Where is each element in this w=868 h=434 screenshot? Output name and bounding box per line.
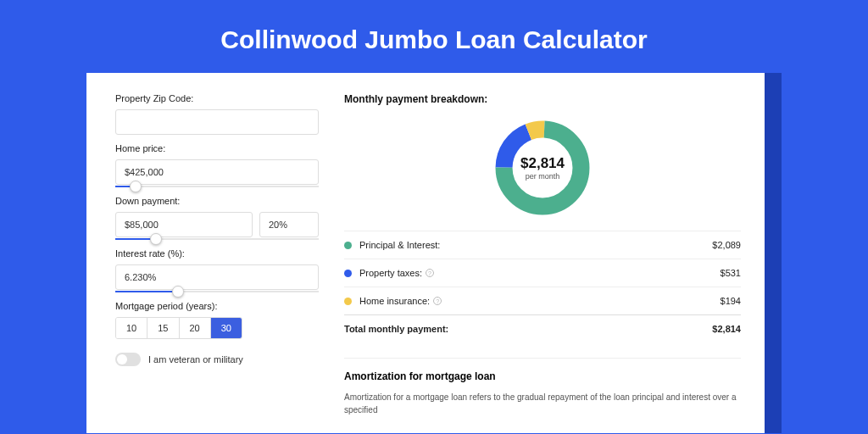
breakdown-row: Home insurance:?$194 bbox=[344, 287, 741, 314]
period-button-15[interactable]: 15 bbox=[147, 318, 179, 338]
total-value: $2,814 bbox=[712, 324, 741, 334]
down-payment-pct-input[interactable] bbox=[259, 212, 319, 237]
row-value: $531 bbox=[721, 268, 741, 278]
row-label: Property taxes:? bbox=[359, 268, 721, 278]
breakdown-title: Monthly payment breakdown: bbox=[344, 93, 741, 105]
period-label: Mortgage period (years): bbox=[115, 301, 319, 311]
amortization-title: Amortization for mortgage loan bbox=[344, 358, 741, 382]
total-row: Total monthly payment: $2,814 bbox=[344, 314, 741, 342]
calculator-card: Property Zip Code: Home price: Down paym… bbox=[86, 73, 765, 433]
row-label: Home insurance:? bbox=[359, 296, 721, 306]
card-shadow: Property Zip Code: Home price: Down paym… bbox=[86, 73, 782, 433]
down-payment-input[interactable] bbox=[115, 212, 253, 237]
info-icon[interactable]: ? bbox=[433, 297, 442, 305]
breakdown-row: Principal & Interest:$2,089 bbox=[344, 231, 741, 259]
interest-slider[interactable] bbox=[115, 291, 319, 292]
breakdown-row: Property taxes:?$531 bbox=[344, 259, 741, 287]
row-value: $2,089 bbox=[712, 240, 741, 250]
home-price-label: Home price: bbox=[115, 143, 319, 153]
period-button-10[interactable]: 10 bbox=[116, 318, 147, 338]
donut-chart-wrap: $2,814 per month bbox=[344, 117, 741, 219]
info-icon[interactable]: ? bbox=[426, 269, 434, 277]
breakdown-column: Monthly payment breakdown: $2,814 per mo… bbox=[344, 93, 741, 416]
row-label: Principal & Interest: bbox=[359, 240, 712, 250]
down-payment-field: Down payment: bbox=[115, 196, 319, 240]
row-value: $194 bbox=[721, 296, 741, 306]
slider-thumb[interactable] bbox=[130, 181, 142, 192]
legend-dot bbox=[344, 270, 352, 277]
donut-sub: per month bbox=[526, 172, 560, 181]
interest-label: Interest rate (%): bbox=[115, 248, 319, 259]
page-title: Collinwood Jumbo Loan Calculator bbox=[0, 0, 868, 73]
zip-field: Property Zip Code: bbox=[115, 93, 319, 135]
total-label: Total monthly payment: bbox=[344, 324, 712, 334]
period-button-30[interactable]: 30 bbox=[211, 318, 242, 338]
veteran-row: I am veteran or military bbox=[115, 353, 319, 366]
donut-chart: $2,814 per month bbox=[492, 117, 593, 219]
home-price-input[interactable] bbox=[115, 159, 319, 185]
interest-input[interactable] bbox=[115, 264, 319, 290]
interest-field: Interest rate (%): bbox=[115, 248, 319, 292]
slider-thumb[interactable] bbox=[150, 233, 162, 245]
period-button-group: 10152030 bbox=[115, 317, 242, 339]
slider-thumb[interactable] bbox=[172, 286, 184, 298]
form-column: Property Zip Code: Home price: Down paym… bbox=[115, 93, 319, 416]
period-button-20[interactable]: 20 bbox=[180, 318, 211, 338]
home-price-slider[interactable] bbox=[115, 186, 319, 187]
down-payment-label: Down payment: bbox=[115, 196, 319, 206]
period-field: Mortgage period (years): 10152030 bbox=[115, 301, 319, 339]
veteran-label: I am veteran or military bbox=[148, 354, 243, 364]
veteran-toggle[interactable] bbox=[115, 353, 141, 366]
home-price-field: Home price: bbox=[115, 143, 319, 187]
zip-label: Property Zip Code: bbox=[115, 93, 319, 103]
donut-center: $2,814 per month bbox=[492, 117, 593, 219]
legend-dot bbox=[344, 298, 352, 305]
donut-amount: $2,814 bbox=[520, 155, 565, 172]
amortization-text: Amortization for a mortgage loan refers … bbox=[344, 391, 741, 416]
legend-dot bbox=[344, 242, 352, 249]
down-payment-slider[interactable] bbox=[115, 238, 319, 240]
zip-input[interactable] bbox=[115, 109, 319, 135]
